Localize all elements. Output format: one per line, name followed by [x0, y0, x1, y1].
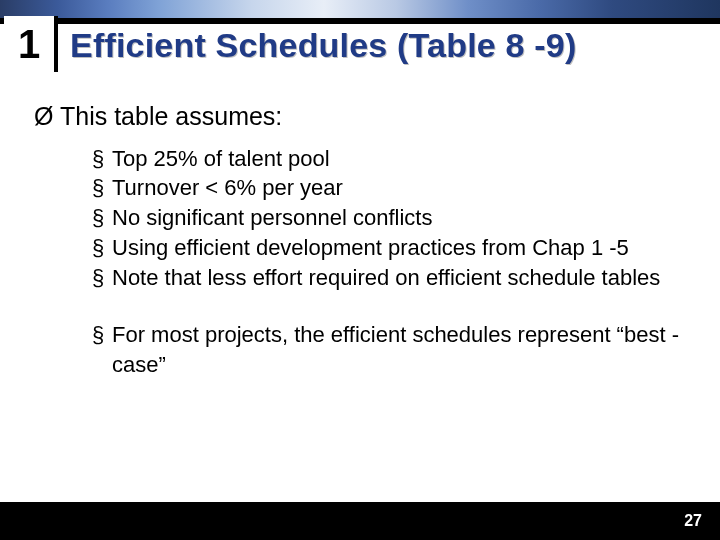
bullet-lvl2-text: No significant personnel conflicts	[112, 203, 432, 233]
slide-number: 1	[18, 22, 40, 67]
bullet-lvl2-text: Top 25% of talent pool	[112, 144, 330, 174]
square-bullet-icon: §	[92, 263, 112, 293]
bullet-lvl2-group: § Top 25% of talent pool § Turnover < 6%…	[92, 144, 686, 380]
bullet-lvl2: § Turnover < 6% per year	[92, 173, 686, 203]
bullet-lvl1-text: This table assumes:	[60, 102, 282, 130]
slide-number-badge: 1	[4, 16, 58, 72]
arrow-bullet-icon: Ø	[34, 100, 56, 134]
footer-bar: 27	[0, 502, 720, 540]
bullet-lvl2: § Top 25% of talent pool	[92, 144, 686, 174]
slide: 1 Efficient Schedules (Table 8 -9) ØThis…	[0, 0, 720, 540]
slide-content: ØThis table assumes: § Top 25% of talent…	[34, 100, 686, 380]
square-bullet-icon: §	[92, 233, 112, 263]
slide-title: Efficient Schedules (Table 8 -9)	[70, 26, 700, 65]
bullet-lvl2-text: For most projects, the efficient schedul…	[112, 320, 686, 379]
bullet-lvl1: ØThis table assumes:	[34, 100, 686, 134]
bullet-lvl2: § Using efficient development practices …	[92, 233, 686, 263]
bullet-lvl2: § For most projects, the efficient sched…	[92, 320, 686, 379]
square-bullet-icon: §	[92, 144, 112, 174]
title-black-bar	[0, 18, 720, 24]
spacer	[92, 292, 686, 320]
bullet-lvl2: § Note that less effort required on effi…	[92, 263, 686, 293]
page-number: 27	[684, 512, 702, 530]
square-bullet-icon: §	[92, 203, 112, 233]
bullet-lvl2-text: Note that less effort required on effici…	[112, 263, 660, 293]
bullet-lvl2-text: Turnover < 6% per year	[112, 173, 343, 203]
bullet-lvl2: § No significant personnel conflicts	[92, 203, 686, 233]
square-bullet-icon: §	[92, 173, 112, 203]
square-bullet-icon: §	[92, 320, 112, 350]
bullet-lvl2-text: Using efficient development practices fr…	[112, 233, 629, 263]
top-gradient-bar	[0, 0, 720, 18]
